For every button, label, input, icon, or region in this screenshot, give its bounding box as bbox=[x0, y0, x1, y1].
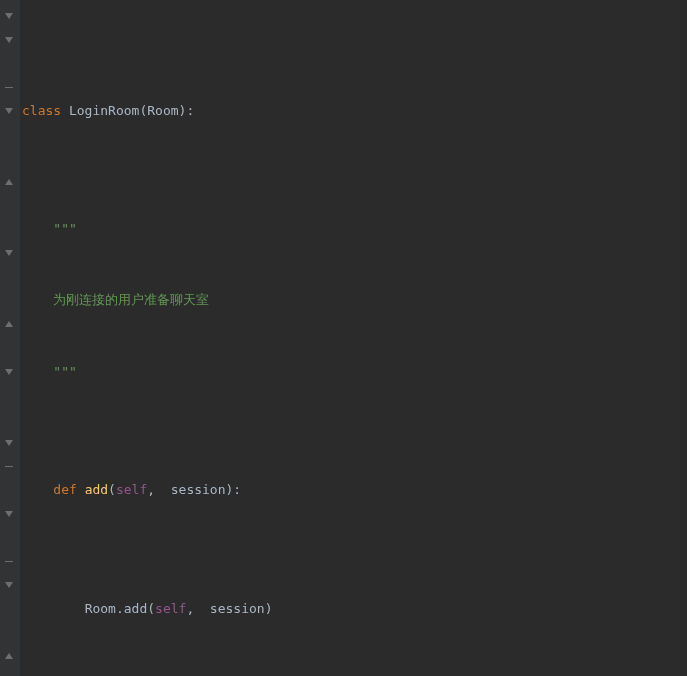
identifier: Room bbox=[85, 601, 116, 616]
fold-open-icon[interactable] bbox=[2, 507, 16, 521]
self-param: self bbox=[116, 482, 147, 497]
punct: : bbox=[233, 482, 241, 497]
punct: ) bbox=[265, 601, 273, 616]
docstring: """ bbox=[22, 364, 77, 379]
keyword: class bbox=[22, 103, 61, 118]
param: session bbox=[202, 601, 265, 616]
fold-close-icon[interactable] bbox=[2, 175, 16, 189]
base-class: Room bbox=[147, 103, 178, 118]
fold-end-icon[interactable] bbox=[2, 459, 16, 473]
punct: : bbox=[186, 103, 194, 118]
fold-open-icon[interactable] bbox=[2, 104, 16, 118]
indent bbox=[22, 601, 85, 616]
method-call: add bbox=[124, 601, 147, 616]
fold-end-icon[interactable] bbox=[2, 80, 16, 94]
self-param: self bbox=[155, 601, 186, 616]
fold-open-icon[interactable] bbox=[2, 33, 16, 47]
punct: , bbox=[186, 601, 202, 616]
param: session bbox=[163, 482, 226, 497]
code-line: Room.add(self, session) bbox=[22, 597, 640, 621]
punct: , bbox=[147, 482, 163, 497]
function-name: add bbox=[85, 482, 108, 497]
fold-end-icon[interactable] bbox=[2, 554, 16, 568]
code-line: def add(self, session): bbox=[22, 478, 640, 502]
punct: . bbox=[116, 601, 124, 616]
docstring: """ bbox=[22, 221, 77, 236]
fold-open-icon[interactable] bbox=[2, 436, 16, 450]
keyword: def bbox=[22, 482, 85, 497]
code-line: """ bbox=[22, 360, 640, 384]
code-line: 为刚连接的用户准备聊天室 bbox=[22, 288, 640, 312]
fold-open-icon[interactable] bbox=[2, 578, 16, 592]
punct: ( bbox=[108, 482, 116, 497]
code-editor[interactable]: class LoginRoom(Room): """ 为刚连接的用户准备聊天室 … bbox=[0, 0, 687, 676]
fold-close-icon[interactable] bbox=[2, 317, 16, 331]
punct: ( bbox=[147, 601, 155, 616]
code-line: class LoginRoom(Room): bbox=[22, 99, 640, 123]
fold-close-icon[interactable] bbox=[2, 649, 16, 663]
docstring: 为刚连接的用户准备聊天室 bbox=[22, 292, 209, 307]
code-area[interactable]: class LoginRoom(Room): """ 为刚连接的用户准备聊天室 … bbox=[20, 0, 640, 676]
fold-open-icon[interactable] bbox=[2, 365, 16, 379]
whitespace bbox=[61, 103, 69, 118]
class-name: LoginRoom bbox=[69, 103, 139, 118]
fold-gutter bbox=[0, 0, 20, 676]
code-line: """ bbox=[22, 217, 640, 241]
fold-open-icon[interactable] bbox=[2, 9, 16, 23]
fold-open-icon[interactable] bbox=[2, 246, 16, 260]
